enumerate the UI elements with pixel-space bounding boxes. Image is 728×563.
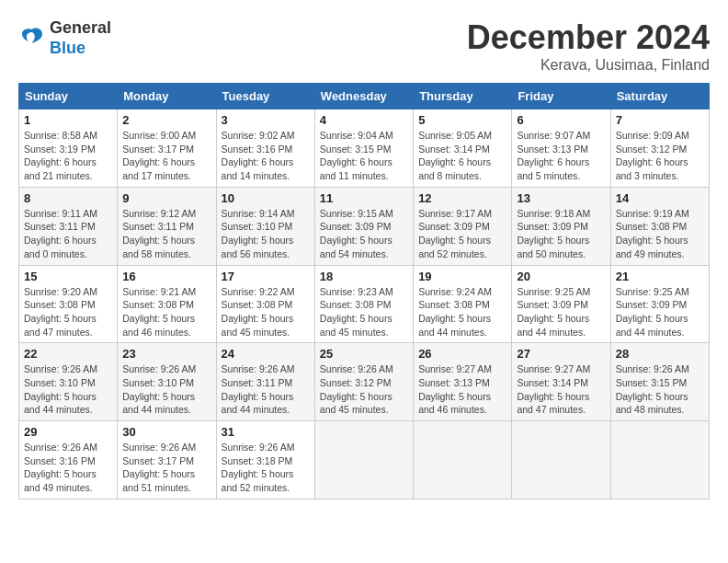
calendar-cell: 23Sunrise: 9:26 AMSunset: 3:10 PMDayligh… [118,343,216,421]
day-info: Sunrise: 9:26 AMSunset: 3:16 PMDaylight:… [24,441,112,495]
day-info: Sunrise: 9:27 AMSunset: 3:13 PMDaylight:… [418,362,506,417]
day-info: Sunrise: 9:19 AMSunset: 3:08 PMDaylight:… [616,207,704,261]
weekday-header-thursday: Thursday [414,84,512,109]
weekday-header-wednesday: Wednesday [314,84,413,109]
month-title: December 2024 [467,18,710,57]
calendar-header-row: SundayMondayTuesdayWednesdayThursdayFrid… [19,84,710,109]
calendar-cell: 15Sunrise: 9:20 AMSunset: 3:08 PMDayligh… [19,265,118,343]
day-number: 31 [222,425,310,439]
day-info: Sunrise: 9:18 AMSunset: 3:09 PMDaylight:… [517,207,605,261]
calendar-cell: 6Sunrise: 9:07 AMSunset: 3:13 PMDaylight… [512,109,610,188]
day-number: 20 [517,270,605,283]
day-number: 7 [616,113,704,127]
calendar-cell: 19Sunrise: 9:24 AMSunset: 3:08 PMDayligh… [414,265,512,343]
day-info: Sunrise: 9:11 AMSunset: 3:11 PMDaylight:… [24,207,112,261]
calendar-cell: 3Sunrise: 9:02 AMSunset: 3:16 PMDaylight… [216,109,314,188]
day-info: Sunrise: 8:58 AMSunset: 3:19 PMDaylight:… [24,129,112,183]
weekday-header-saturday: Saturday [610,84,709,109]
calendar-cell: 28Sunrise: 9:26 AMSunset: 3:15 PMDayligh… [610,343,709,421]
calendar-cell: 1Sunrise: 8:58 AMSunset: 3:19 PMDaylight… [19,109,118,188]
day-number: 21 [616,270,704,283]
calendar-week-row: 22Sunrise: 9:26 AMSunset: 3:10 PMDayligh… [19,343,710,421]
day-number: 26 [418,347,506,361]
calendar-cell: 2Sunrise: 9:00 AMSunset: 3:17 PMDaylight… [118,109,216,188]
day-info: Sunrise: 9:17 AMSunset: 3:09 PMDaylight:… [418,207,506,261]
day-info: Sunrise: 9:26 AMSunset: 3:11 PMDaylight:… [222,362,310,417]
weekday-header-tuesday: Tuesday [216,84,314,109]
calendar-cell: 7Sunrise: 9:09 AMSunset: 3:12 PMDaylight… [610,109,709,188]
day-number: 3 [222,113,310,127]
weekday-header-friday: Friday [512,84,610,109]
logo-icon [18,25,46,52]
day-info: Sunrise: 9:07 AMSunset: 3:13 PMDaylight:… [517,129,605,183]
day-number: 4 [320,113,408,127]
day-number: 12 [418,191,506,205]
logo-blue: Blue [50,39,111,59]
calendar-cell [512,421,610,500]
logo: General Blue [18,18,111,58]
day-number: 25 [320,347,408,361]
calendar-week-row: 1Sunrise: 8:58 AMSunset: 3:19 PMDaylight… [19,109,710,188]
calendar-cell: 22Sunrise: 9:26 AMSunset: 3:10 PMDayligh… [19,343,118,421]
title-area: December 2024 Kerava, Uusimaa, Finland [467,18,710,74]
day-number: 22 [24,347,112,361]
calendar-cell [314,421,413,500]
day-number: 28 [616,347,704,361]
day-number: 1 [24,113,112,127]
calendar-cell: 20Sunrise: 9:25 AMSunset: 3:09 PMDayligh… [512,265,610,343]
calendar-cell: 9Sunrise: 9:12 AMSunset: 3:11 PMDaylight… [118,187,216,265]
calendar-cell [414,421,512,500]
day-number: 23 [122,347,210,361]
calendar-cell: 4Sunrise: 9:04 AMSunset: 3:15 PMDaylight… [314,109,413,188]
day-info: Sunrise: 9:23 AMSunset: 3:08 PMDaylight:… [320,285,408,339]
logo-general: General [50,18,111,39]
day-info: Sunrise: 9:26 AMSunset: 3:10 PMDaylight:… [24,362,112,417]
day-info: Sunrise: 9:25 AMSunset: 3:09 PMDaylight:… [616,285,704,339]
calendar-cell: 26Sunrise: 9:27 AMSunset: 3:13 PMDayligh… [414,343,512,421]
calendar-cell: 10Sunrise: 9:14 AMSunset: 3:10 PMDayligh… [216,187,314,265]
day-info: Sunrise: 9:15 AMSunset: 3:09 PMDaylight:… [320,207,408,261]
day-number: 6 [517,113,605,127]
day-number: 24 [222,347,310,361]
day-info: Sunrise: 9:09 AMSunset: 3:12 PMDaylight:… [616,129,704,183]
day-number: 2 [122,113,210,127]
day-info: Sunrise: 9:22 AMSunset: 3:08 PMDaylight:… [222,285,310,339]
location-title: Kerava, Uusimaa, Finland [467,57,710,74]
weekday-header-monday: Monday [118,84,216,109]
day-number: 19 [418,270,506,283]
day-info: Sunrise: 9:02 AMSunset: 3:16 PMDaylight:… [222,129,310,183]
day-info: Sunrise: 9:26 AMSunset: 3:17 PMDaylight:… [122,441,210,495]
day-info: Sunrise: 9:04 AMSunset: 3:15 PMDaylight:… [320,129,408,183]
calendar-cell: 16Sunrise: 9:21 AMSunset: 3:08 PMDayligh… [118,265,216,343]
day-info: Sunrise: 9:14 AMSunset: 3:10 PMDaylight:… [222,207,310,261]
day-number: 11 [320,191,408,205]
day-info: Sunrise: 9:26 AMSunset: 3:12 PMDaylight:… [320,362,408,417]
day-info: Sunrise: 9:24 AMSunset: 3:08 PMDaylight:… [418,285,506,339]
header: General Blue December 2024 Kerava, Uusim… [18,18,710,74]
day-info: Sunrise: 9:26 AMSunset: 3:10 PMDaylight:… [122,362,210,417]
calendar-week-row: 8Sunrise: 9:11 AMSunset: 3:11 PMDaylight… [19,187,710,265]
day-number: 18 [320,270,408,283]
calendar-week-row: 15Sunrise: 9:20 AMSunset: 3:08 PMDayligh… [19,265,710,343]
day-info: Sunrise: 9:27 AMSunset: 3:14 PMDaylight:… [517,362,605,417]
calendar-cell: 12Sunrise: 9:17 AMSunset: 3:09 PMDayligh… [414,187,512,265]
calendar-cell: 29Sunrise: 9:26 AMSunset: 3:16 PMDayligh… [19,421,118,500]
calendar-cell: 25Sunrise: 9:26 AMSunset: 3:12 PMDayligh… [314,343,413,421]
day-info: Sunrise: 9:20 AMSunset: 3:08 PMDaylight:… [24,285,112,339]
calendar-cell: 27Sunrise: 9:27 AMSunset: 3:14 PMDayligh… [512,343,610,421]
day-number: 9 [122,191,210,205]
day-number: 15 [24,270,112,283]
calendar-cell: 11Sunrise: 9:15 AMSunset: 3:09 PMDayligh… [314,187,413,265]
calendar-cell: 14Sunrise: 9:19 AMSunset: 3:08 PMDayligh… [610,187,709,265]
day-info: Sunrise: 9:05 AMSunset: 3:14 PMDaylight:… [418,129,506,183]
day-number: 16 [122,270,210,283]
calendar-table: SundayMondayTuesdayWednesdayThursdayFrid… [18,83,710,500]
day-number: 17 [222,270,310,283]
day-number: 29 [24,425,112,439]
day-number: 30 [122,425,210,439]
calendar-cell: 30Sunrise: 9:26 AMSunset: 3:17 PMDayligh… [118,421,216,500]
day-info: Sunrise: 9:00 AMSunset: 3:17 PMDaylight:… [122,129,210,183]
weekday-header-sunday: Sunday [19,84,118,109]
calendar-cell: 17Sunrise: 9:22 AMSunset: 3:08 PMDayligh… [216,265,314,343]
calendar-cell: 18Sunrise: 9:23 AMSunset: 3:08 PMDayligh… [314,265,413,343]
